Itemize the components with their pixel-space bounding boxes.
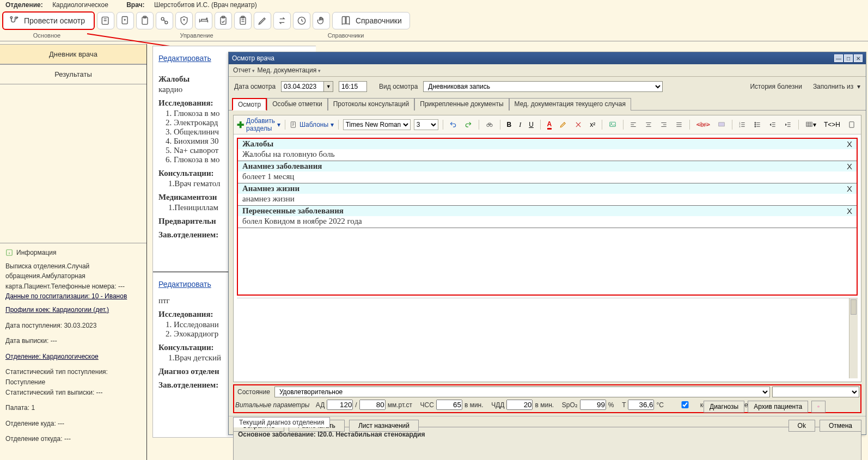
ad-diastolic-input[interactable]: [359, 400, 386, 410]
table-button[interactable]: ▾: [803, 119, 818, 130]
align-center-button[interactable]: [643, 119, 655, 130]
toolbar-icon-6[interactable]: [195, 12, 212, 29]
info-link-dept[interactable]: Отделение: Кардиологическое: [5, 353, 99, 360]
outdent-button[interactable]: [767, 119, 779, 130]
info-link-beds[interactable]: Профили коек: Кардиологии (дет.): [5, 306, 109, 314]
references-button[interactable]: Справочники: [332, 12, 410, 29]
strikethrough-button[interactable]: <br>: [694, 119, 712, 130]
tab-case-meddocs[interactable]: Мед. документация текущего случая: [509, 98, 632, 111]
copy-templist-checkbox[interactable]: [672, 401, 698, 408]
exam-date-combo[interactable]: ▼: [281, 81, 333, 92]
tab-consult-protocols[interactable]: Протоколы консультаций: [328, 98, 415, 111]
page-button[interactable]: [846, 119, 858, 130]
section-remove-button[interactable]: X: [847, 162, 852, 171]
bold-button[interactable]: B: [505, 119, 514, 130]
left-tab-diary[interactable]: Дневник врача: [0, 44, 146, 64]
tab-attachments[interactable]: Прикрепленные документы: [414, 98, 509, 111]
section-header: ЖалобыX: [238, 139, 857, 149]
editor-body[interactable]: ЖалобыXЖалобы на головную больАнамнез за…: [237, 138, 858, 296]
indent-button[interactable]: [782, 119, 794, 130]
ok-button[interactable]: Ok: [788, 420, 815, 432]
book-tool-button[interactable]: [811, 401, 826, 413]
toolbar-icon-2[interactable]: [117, 12, 134, 29]
archive-button[interactable]: Архив пациента: [748, 401, 808, 413]
scrollbar[interactable]: [849, 298, 858, 378]
undo-button[interactable]: [447, 119, 459, 130]
diagnoses-button[interactable]: Диагнозы: [704, 401, 744, 413]
left-tab-results[interactable]: Результаты: [0, 64, 146, 84]
cell-button[interactable]: [716, 119, 728, 130]
toolbar-icon-4[interactable]: [156, 12, 173, 29]
state-extra-select[interactable]: [772, 387, 859, 397]
bullet-list-button[interactable]: [751, 119, 763, 130]
align-justify-button[interactable]: [673, 119, 685, 130]
perform-exam-button[interactable]: Провести осмотр: [2, 11, 95, 30]
add-sections-button[interactable]: ✚Добавить разделы ▾: [237, 117, 280, 132]
section-content[interactable]: анамнез жизни: [238, 194, 857, 205]
section-remove-button[interactable]: X: [847, 206, 852, 216]
templates-button[interactable]: Шаблоны ▾: [290, 121, 334, 128]
toolbar-icon-9[interactable]: [254, 12, 271, 29]
toolbar-icon-7[interactable]: [215, 12, 232, 29]
toolbar-icon-8[interactable]: [234, 12, 252, 29]
section-content[interactable]: Жалобы на головную боль: [238, 149, 857, 161]
spo-input[interactable]: [580, 400, 606, 410]
dialog-titlebar[interactable]: Осмотр врача — □ ✕: [229, 52, 866, 64]
redo-button[interactable]: [462, 119, 474, 130]
edit-link-1[interactable]: Редактировать: [158, 54, 211, 63]
state-select[interactable]: Удовлетворительное: [274, 387, 770, 397]
date-dropdown-button[interactable]: ▼: [323, 81, 333, 92]
toolbar-icon-3[interactable]: [136, 12, 154, 29]
exam-type-select[interactable]: Дневниковая запись: [423, 81, 663, 92]
text-button[interactable]: T<>H: [822, 119, 842, 130]
current-diagnosis-tab[interactable]: Текущий диагноз отделения: [233, 417, 330, 427]
highlight-button[interactable]: [557, 119, 569, 130]
toolbar-icon-1[interactable]: [97, 12, 114, 29]
menu-report[interactable]: Отчет: [233, 66, 255, 74]
toolbar-icon-11[interactable]: [293, 12, 310, 29]
close-button[interactable]: ✕: [854, 54, 863, 62]
font-color-button[interactable]: A: [545, 119, 554, 130]
scrollbar-thumb[interactable]: [851, 299, 857, 315]
editor-empty-area[interactable]: [237, 298, 858, 378]
italic-button[interactable]: I: [517, 119, 523, 130]
toolbar-icon-10[interactable]: [273, 12, 291, 29]
section-remove-button[interactable]: X: [847, 184, 852, 193]
info-link-hosp[interactable]: Данные по госпитализации: 10 - Иванов: [5, 292, 127, 300]
erase-format-button[interactable]: [572, 119, 584, 130]
ad-systolic-input[interactable]: [327, 400, 353, 410]
align-left-button[interactable]: [627, 119, 639, 130]
minimize-button[interactable]: —: [834, 54, 843, 62]
fill-from-menu[interactable]: Заполнить из ▾: [813, 83, 860, 90]
exam-date-input[interactable]: [281, 81, 323, 92]
superscript-button[interactable]: x²: [588, 119, 597, 130]
prescriptions-button[interactable]: Лист назначений: [349, 420, 419, 432]
history-button[interactable]: История болезни: [750, 83, 802, 90]
tab-exam[interactable]: Осмотр: [232, 98, 267, 111]
find-button[interactable]: [484, 119, 496, 130]
font-size-select[interactable]: 3: [414, 119, 438, 130]
font-select[interactable]: Times New Roman: [343, 119, 411, 130]
cancel-button[interactable]: Отмена: [820, 420, 861, 432]
section-content[interactable]: болеет 1 месяц: [238, 171, 857, 183]
eraser-icon: [574, 121, 582, 128]
exam-time-input[interactable]: [339, 81, 367, 92]
br-input[interactable]: [506, 400, 533, 410]
edit-link-2[interactable]: Редактировать: [158, 280, 211, 289]
hr-input[interactable]: [436, 400, 462, 410]
t-input[interactable]: [628, 400, 654, 410]
section-content[interactable]: болел Ковидом в ноябре 2022 года: [238, 216, 857, 228]
toolbar-icon-12[interactable]: [313, 12, 330, 29]
toolbar-icon-5[interactable]: [175, 12, 193, 29]
maximize-button[interactable]: □: [844, 54, 853, 62]
indent-icon: [784, 121, 792, 128]
tab-special-marks[interactable]: Особые отметки: [267, 98, 328, 111]
info-panel-title: Информация: [5, 248, 141, 258]
section-remove-button[interactable]: X: [847, 139, 852, 149]
image-button[interactable]: [607, 119, 619, 130]
doctor-value: Шерстобитов И.С. (Врач педиатр): [154, 1, 257, 9]
menu-meddoc[interactable]: Мед. документация: [257, 66, 320, 74]
underline-button[interactable]: U: [527, 119, 536, 130]
numbered-list-button[interactable]: 123: [736, 119, 748, 130]
align-right-button[interactable]: [658, 119, 670, 130]
